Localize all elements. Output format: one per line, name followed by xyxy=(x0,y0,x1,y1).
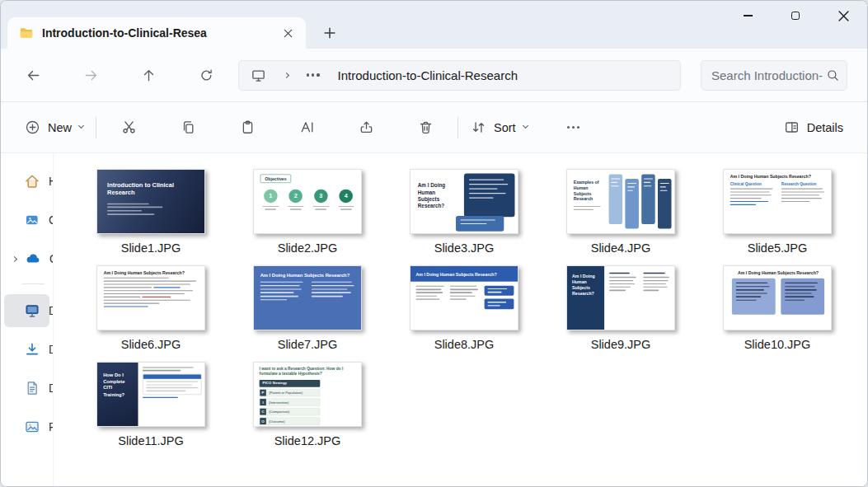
slide9-thumbnail: Am I Doing Human Subjects Research? xyxy=(566,265,675,330)
slide6-thumbnail: Am I Doing Human Subjects Research? xyxy=(96,265,205,330)
minimize-button[interactable] xyxy=(724,1,772,30)
cut-button[interactable] xyxy=(110,113,148,143)
tab-close-button[interactable] xyxy=(278,23,298,43)
file-tile-slide1[interactable]: Introduction to Clinical Research Slide1… xyxy=(73,169,229,255)
up-button[interactable] xyxy=(134,61,162,89)
slide10-thumbnail: Am I Doing Human Subjects Research? xyxy=(723,265,832,330)
sidebar-item-pictures[interactable]: Pictures xyxy=(4,410,49,443)
rename-button[interactable] xyxy=(288,113,326,143)
new-button[interactable]: New xyxy=(16,114,92,141)
pico-row: I(Intervention) xyxy=(260,398,321,405)
this-pc-monitor-icon xyxy=(251,68,266,83)
download-icon xyxy=(24,341,40,358)
sidebar-item-gallery[interactable]: Gallery xyxy=(4,204,49,236)
explorer-tab[interactable]: Introduction-to-Clinical-Resea xyxy=(7,17,306,49)
file-tile-slide10[interactable]: Am I Doing Human Subjects Research? Slid… xyxy=(699,265,856,351)
sidebar-item-onedrive[interactable]: OneDrive xyxy=(4,242,49,275)
file-tile-slide4[interactable]: Examples of Human Subjects Research Slid… xyxy=(542,169,699,255)
file-name: Slide5.JPG xyxy=(748,241,808,255)
sort-button[interactable]: Sort xyxy=(462,114,537,141)
slide-text-lines xyxy=(574,206,601,213)
plus-icon xyxy=(324,27,335,39)
column-heading: Clinical Question xyxy=(730,181,775,186)
refresh-button[interactable] xyxy=(192,61,220,89)
slide12-thumbnail: I want to ask a Research Question: How d… xyxy=(253,362,362,427)
slide-title: Examples of Human Subjects Research xyxy=(574,180,608,202)
pico-row: C(Comparison) xyxy=(260,408,321,415)
address-bar[interactable]: Introduction-to-Clinical-Research xyxy=(238,60,681,91)
slide1-thumbnail: Introduction to Clinical Research xyxy=(96,169,205,234)
file-tile-slide2[interactable]: Objectives 1 2 3 4 Slide2.JPG xyxy=(229,169,386,255)
copy-button[interactable] xyxy=(169,113,207,143)
file-name: Slide7.JPG xyxy=(278,338,338,351)
slide-title: Am I Doing Human Subjects Research? xyxy=(260,272,351,278)
file-tile-slide9[interactable]: Am I Doing Human Subjects Research? Slid… xyxy=(542,265,699,351)
chevron-down-icon xyxy=(78,123,84,129)
objective-steps: 1 2 3 4 xyxy=(261,190,355,210)
file-tile-slide7[interactable]: Am I Doing Human Subjects Research? Slid… xyxy=(229,265,386,351)
rename-icon xyxy=(299,119,315,135)
expand-chevron-icon[interactable] xyxy=(12,255,17,261)
sidebar-item-documents[interactable]: Documents xyxy=(4,372,49,405)
minimize-icon xyxy=(744,15,753,16)
file-tile-slide11[interactable]: How Do I Complete CITI Training? Slide11… xyxy=(73,362,229,447)
sidebar-item-desktop[interactable]: Desktop xyxy=(4,294,49,327)
close-icon xyxy=(838,11,849,21)
desktop-monitor-icon xyxy=(24,302,40,319)
file-tile-slide8[interactable]: Am I Doing Human Subjects Research? Slid… xyxy=(386,265,542,351)
file-name: Slide2.JPG xyxy=(278,241,338,255)
file-name: Slide9.JPG xyxy=(591,338,651,351)
slide-text-lines xyxy=(260,282,357,303)
trash-icon xyxy=(418,119,434,135)
sidebar-item-downloads[interactable]: Downloads xyxy=(4,333,49,366)
file-tile-slide3[interactable]: Am I Doing Human Subjects Research? Slid… xyxy=(386,169,542,255)
maximize-icon xyxy=(791,12,800,20)
see-more-button[interactable] xyxy=(555,113,593,143)
sort-icon xyxy=(471,119,486,135)
search-icon[interactable] xyxy=(826,68,840,82)
close-button[interactable] xyxy=(819,1,867,30)
slide-panel xyxy=(464,173,515,217)
file-tile-slide6[interactable]: Am I Doing Human Subjects Research? Slid… xyxy=(73,265,229,351)
slide4-thumbnail: Examples of Human Subjects Research xyxy=(566,169,675,234)
slide-title: Am I Doing Human Subjects Research? xyxy=(730,270,827,275)
file-explorer-window: Introduction-to-Clinical-Resea Introduct… xyxy=(0,0,868,487)
toolbar-divider xyxy=(96,117,96,138)
sidebar-item-home[interactable]: Home xyxy=(4,165,49,198)
onedrive-cloud-icon xyxy=(25,251,41,267)
slide8-thumbnail: Am I Doing Human Subjects Research? xyxy=(410,265,518,330)
new-plus-circle-icon xyxy=(25,119,40,135)
breadcrumb-chevron-icon xyxy=(284,72,289,77)
file-tile-slide5[interactable]: Am I Doing Human Subjects Research? Clin… xyxy=(699,169,856,255)
delete-button[interactable] xyxy=(406,113,444,143)
file-name: Slide12.JPG xyxy=(274,434,341,447)
file-grid: Introduction to Clinical Research Slide1… xyxy=(54,153,867,486)
slide-title: Am I Doing Human Subjects Research? xyxy=(572,274,599,297)
maximize-button[interactable] xyxy=(772,1,819,30)
back-button[interactable] xyxy=(19,61,47,89)
slide2-thumbnail: Objectives 1 2 3 4 xyxy=(253,169,362,234)
details-button[interactable]: Details xyxy=(775,114,852,141)
new-tab-button[interactable] xyxy=(317,21,342,45)
search-input[interactable] xyxy=(701,68,826,82)
file-tile-slide12[interactable]: I want to ask a Research Question: How d… xyxy=(229,362,386,447)
forward-button[interactable] xyxy=(77,61,105,89)
slide3-thumbnail: Am I Doing Human Subjects Research? xyxy=(410,169,518,234)
slide-text-lines xyxy=(416,286,514,312)
file-name: Slide10.JPG xyxy=(744,338,811,351)
slide-title: I want to ask a Research Question: How d… xyxy=(260,367,357,377)
command-toolbar: New Sort Details xyxy=(1,102,867,153)
slide-title: Am I Doing Human Subjects Research? xyxy=(730,175,827,180)
share-button[interactable] xyxy=(347,113,385,143)
ellipsis-icon xyxy=(567,126,580,129)
details-label: Details xyxy=(807,121,843,134)
slide-columns xyxy=(609,175,672,229)
paste-button[interactable] xyxy=(228,113,266,143)
slide-title: Am I Doing Human Subjects Research? xyxy=(416,271,497,276)
toolbar-divider xyxy=(457,117,458,138)
breadcrumb-overflow-icon[interactable] xyxy=(307,73,320,76)
slide7-thumbnail: Am I Doing Human Subjects Research? xyxy=(253,265,362,330)
chevron-down-icon xyxy=(523,123,528,129)
forward-arrow-icon xyxy=(83,68,99,83)
breadcrumb-current-folder[interactable]: Introduction-to-Clinical-Research xyxy=(338,68,518,82)
